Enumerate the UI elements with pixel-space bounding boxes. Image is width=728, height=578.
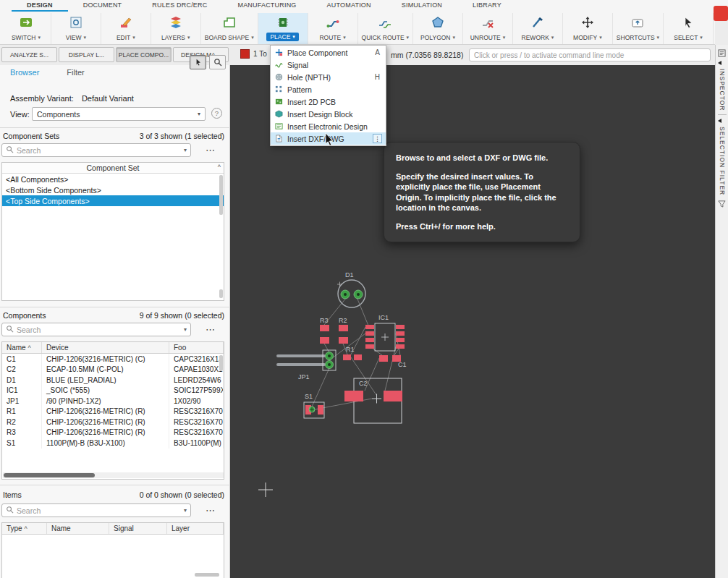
components-table-header[interactable]: Name ^ Device Foo <box>2 342 224 354</box>
command-line-input[interactable] <box>469 48 711 61</box>
chevron-down-icon[interactable]: ▾ <box>184 147 187 153</box>
menu-item-insert-design-block[interactable]: Insert Design Block <box>271 108 386 120</box>
view-icon <box>69 14 83 30</box>
table-row[interactable]: R1CHIP-1206(3216-METRIC) (R)RESC3216X70 <box>2 407 224 417</box>
tab-analyze-signal[interactable]: ANALYZE S... <box>1 47 57 62</box>
toolbar-select-button[interactable]: SELECT▾ <box>664 13 714 44</box>
table-row[interactable]: IC1_SOIC (*555)SOIC127P599X <box>2 386 224 396</box>
component-set-column-header[interactable]: Component Set ^ <box>2 163 224 174</box>
component-sets-search-input[interactable] <box>17 146 181 155</box>
pcb-component-c1[interactable]: C1 <box>379 355 407 368</box>
menu-item-place-component[interactable]: Place Component A <box>271 46 386 59</box>
scrollbar-thumb[interactable] <box>219 289 223 298</box>
tab-selection-filter[interactable]: SELECTION FILTER <box>719 127 726 195</box>
toolbar-place-button[interactable]: PLACE▾ <box>258 13 308 44</box>
scrollbar-thumb[interactable] <box>4 473 95 477</box>
view-dropdown[interactable]: Components ▾ <box>32 107 206 121</box>
tooltip-paragraph: Browse to and select a DXF or DWG file. <box>396 153 568 163</box>
menu-manufacturing[interactable]: MANUFACTURING <box>222 0 311 12</box>
scrollbar-thumb[interactable] <box>219 355 223 371</box>
items-search-input[interactable] <box>17 506 181 515</box>
tab-inspector[interactable]: INSPECTOR <box>719 69 726 111</box>
menu-item-insert-dxf-dwg[interactable]: Insert DXF/DWG ⋮ <box>271 132 386 145</box>
sort-ascending-icon: ^ <box>24 525 27 532</box>
insert-design-block-icon <box>274 110 283 119</box>
toolbar-route-button[interactable]: ROUTE▾ <box>308 13 358 44</box>
component-sets-overflow-button[interactable]: ⋯ <box>201 145 220 156</box>
tab-browser[interactable]: Browser <box>10 68 39 77</box>
sort-ascending-icon: ^ <box>218 163 221 171</box>
components-overflow-button[interactable]: ⋯ <box>201 324 220 335</box>
menu-item-hole-npth[interactable]: Hole (NPTH) H <box>271 71 386 83</box>
chevron-down-icon[interactable]: ▾ <box>184 326 187 333</box>
list-item[interactable]: <Bottom Side Components> <box>2 184 224 195</box>
list-item-selected[interactable]: <Top Side Components> <box>2 195 224 206</box>
tab-display-layers[interactable]: DISPLAY L... <box>59 47 114 62</box>
toolbar-modify-button[interactable]: MODIFY▾ <box>563 13 613 44</box>
panel-tool-buttons <box>190 55 226 69</box>
menu-item-label: Pattern <box>287 85 312 94</box>
menu-item-more-button[interactable]: ⋮ <box>373 134 382 143</box>
menu-item-insert-2d-pcb[interactable]: Insert 2D PCB <box>271 95 386 108</box>
table-row[interactable]: R3CHIP-1206(3216-METRIC) (R)RESC3216X70 <box>2 428 224 438</box>
toolbar-label: LAYERS <box>161 34 185 41</box>
toolbar-board-shape-button[interactable]: BOARD SHAPE▾ <box>201 13 258 44</box>
menu-item-signal[interactable]: Signal <box>271 59 386 71</box>
pcb-component-ic1[interactable]: IC1 <box>365 314 405 351</box>
toolbar-unroute-button[interactable]: UNROUTE▾ <box>463 13 513 44</box>
chevron-down-icon: ▾ <box>599 35 602 41</box>
table-row[interactable]: R2CHIP-1206(3216-METRIC) (R)RESC3216X70 <box>2 417 224 428</box>
magnifier-icon <box>213 58 222 67</box>
scrollbar-thumb[interactable] <box>195 573 219 577</box>
pcb-component-s1[interactable]: S1 <box>304 393 324 418</box>
toolbar-polygon-button[interactable]: POLYGON▾ <box>413 13 463 44</box>
list-item[interactable]: <All Components> <box>2 174 224 184</box>
table-row[interactable]: JP1/90 (PINHD-1X2)1X02/90 <box>2 396 224 407</box>
zoom-tool-button[interactable] <box>209 55 226 69</box>
table-row[interactable]: D1BLUE (LED_RADIAL)LEDRD254W6 <box>2 375 224 386</box>
toolbar-layers-button[interactable]: LAYERS▾ <box>151 13 201 44</box>
toolbar-edit-button[interactable]: EDIT▾ <box>101 13 151 44</box>
select-mode-button[interactable] <box>190 55 206 69</box>
layer-selector[interactable]: 1 To <box>240 49 267 59</box>
chevron-down-icon: ▾ <box>187 35 190 41</box>
toolbar-rework-button[interactable]: REWORK▾ <box>513 13 563 44</box>
pcb-component-r1[interactable]: R1 <box>343 346 362 360</box>
pcb-component-r3[interactable]: R3 <box>320 317 329 344</box>
toolbar-switch-button[interactable]: SWITCH▾ <box>1 13 51 44</box>
table-row[interactable]: C2ECAP-10.5MM (C-POL)CAPAE1030X1 <box>2 365 224 375</box>
column-layer: Layer <box>167 523 224 534</box>
pcb-component-jp1[interactable]: JP1 <box>278 350 336 381</box>
menu-simulation[interactable]: SIMULATION <box>386 0 457 12</box>
items-table-header[interactable]: Type ^ Name Signal Layer <box>2 523 224 535</box>
menu-automation[interactable]: AUTOMATION <box>312 0 386 12</box>
items-overflow-button[interactable]: ⋯ <box>201 505 220 516</box>
table-row[interactable]: S11100P(M)-B (B3U-X100)B3U-1100P(M) <box>2 438 224 449</box>
menu-rules-drc-erc[interactable]: RULES DRC/ERC <box>137 0 222 12</box>
toolbar-quick-route-button[interactable]: QUICK ROUTE▾ <box>358 13 414 44</box>
pcb-component-r2[interactable]: R2 <box>339 317 348 344</box>
chevron-down-icon[interactable]: ▾ <box>184 507 187 514</box>
pcb-component-d1[interactable]: D1 <box>337 271 365 307</box>
menu-library[interactable]: LIBRARY <box>457 0 517 12</box>
components-search-input[interactable] <box>17 326 181 334</box>
tab-place-components[interactable]: PLACE COMPO... <box>116 47 172 62</box>
toolbar-view-button[interactable]: VIEW▾ <box>51 13 101 44</box>
menu-document[interactable]: DOCUMENT <box>68 0 137 12</box>
chevron-down-icon: ▾ <box>84 35 87 41</box>
edit-icon <box>119 14 133 30</box>
menu-item-insert-electronic-design[interactable]: Insert Electronic Design <box>271 120 386 132</box>
collapse-arrow-icon[interactable] <box>718 119 721 123</box>
menu-design[interactable]: DESIGN <box>12 0 68 12</box>
scrollbar-thumb[interactable] <box>219 175 223 215</box>
tab-filter[interactable]: Filter <box>67 68 84 77</box>
component-sets-list: Component Set ^ <All Components> <Bottom… <box>1 162 224 301</box>
table-row[interactable]: C1CHIP-1206(3216-METRIC) (C)CAPC3216X13 <box>2 354 224 365</box>
pcb-component-c2[interactable]: C2 <box>344 378 402 423</box>
menu-item-pattern[interactable]: Pattern <box>271 83 386 95</box>
help-icon[interactable]: ? <box>211 108 222 119</box>
insert-dxf-dwg-icon <box>274 135 283 143</box>
components-table: Name ^ Device Foo C1CHIP-1206(3216-METRI… <box>1 341 224 480</box>
toolbar-shortcuts-button[interactable]: SHORTCUTS▾ <box>613 13 664 44</box>
collapse-arrow-icon[interactable] <box>718 61 721 65</box>
